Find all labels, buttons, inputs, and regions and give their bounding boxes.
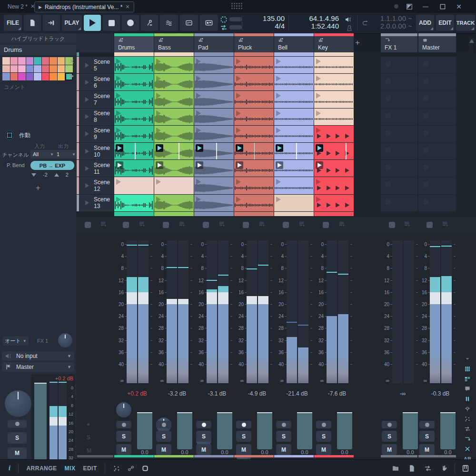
clip-play-icon[interactable] — [116, 59, 121, 64]
scene-play-icon[interactable] — [85, 114, 89, 119]
clip-cell[interactable] — [114, 195, 154, 211]
clip-cell[interactable] — [274, 160, 314, 177]
tab-new-project[interactable]: New 2 * ✕ — [4, 1, 39, 11]
info-button[interactable]: i — [9, 465, 10, 472]
plugin-icon[interactable] — [461, 404, 474, 414]
color-swatch[interactable] — [50, 57, 57, 65]
clip-cell[interactable] — [194, 109, 234, 125]
drum-machine-button[interactable] — [180, 15, 198, 31]
clip-play-button[interactable] — [316, 144, 323, 152]
routing-icon[interactable] — [461, 424, 474, 434]
clip-play-icon[interactable] — [196, 197, 201, 202]
clip-stop-button[interactable] — [203, 222, 209, 228]
track-header-bass[interactable]: Bass — [154, 33, 194, 52]
scene-play-icon[interactable] — [85, 63, 89, 68]
swap-arrows-icon[interactable] — [220, 24, 228, 31]
clip-play-button[interactable] — [116, 144, 123, 152]
clip-play-icon[interactable] — [276, 93, 281, 99]
list-view-icon[interactable] — [461, 374, 474, 384]
drag-handle-icon[interactable] — [228, 0, 247, 13]
return-icon[interactable] — [461, 434, 474, 444]
empty-clip-slot[interactable] — [418, 109, 456, 126]
volume-fader[interactable] — [137, 412, 152, 449]
solo-button[interactable]: S — [196, 431, 211, 442]
record-arm-button[interactable] — [156, 421, 171, 428]
clip-stop-button[interactable] — [163, 222, 169, 228]
track-header-bell[interactable]: Bell — [274, 33, 314, 52]
clip-play-icon[interactable] — [116, 76, 121, 81]
volume-fader[interactable] — [440, 412, 456, 449]
record-arm-button[interactable] — [316, 421, 331, 428]
scene-list-icon[interactable] — [178, 220, 186, 229]
increment-icon[interactable] — [54, 173, 59, 177]
color-swatch[interactable] — [18, 73, 26, 80]
empty-clip-slot[interactable] — [381, 91, 417, 108]
clip-cell[interactable] — [154, 143, 194, 159]
maximize-button[interactable] — [437, 0, 448, 13]
empty-clip-slot[interactable] — [381, 195, 417, 212]
clip-cell[interactable] — [194, 57, 234, 73]
scene-row-scene-9[interactable]: Scene 9 — [79, 126, 114, 143]
clip-cell[interactable] — [314, 126, 354, 142]
clip-cell[interactable] — [154, 195, 194, 211]
clip-play-icon[interactable] — [116, 93, 121, 99]
automation-button[interactable]: w — [141, 15, 158, 31]
clip-cell[interactable] — [274, 195, 314, 211]
input-route-select[interactable]: No input▼ — [2, 351, 74, 361]
empty-clip-slot[interactable] — [381, 177, 417, 194]
scroll-up-icon[interactable] — [469, 39, 474, 43]
clip-play-icon[interactable] — [156, 76, 161, 81]
record-arm-button[interactable] — [382, 421, 397, 428]
clip-cell[interactable] — [234, 57, 274, 73]
record-arm-button[interactable] — [236, 421, 251, 428]
clip-cell[interactable] — [194, 74, 234, 90]
empty-clip-slot[interactable] — [418, 195, 456, 212]
mute-button[interactable]: M — [116, 444, 131, 455]
clip-cell[interactable] — [274, 143, 314, 159]
track-header-drums[interactable]: Drums — [114, 33, 154, 52]
empty-clip-slot[interactable] — [381, 74, 417, 91]
color-swatch[interactable] — [42, 57, 50, 65]
clip-play-icon[interactable] — [196, 110, 201, 116]
clip-play-icon[interactable] — [156, 93, 161, 99]
clip-play-icon[interactable] — [196, 128, 201, 133]
locator-display[interactable]: 1.1.1.00 ~ 2.0.0.00 ~ — [375, 15, 412, 31]
clip-cell[interactable] — [314, 91, 354, 108]
clip-play-icon[interactable] — [316, 128, 321, 133]
volume-fader[interactable] — [297, 412, 312, 449]
empty-clip-slot[interactable] — [418, 91, 456, 108]
clip-play-icon[interactable] — [196, 179, 201, 185]
empty-clip-slot[interactable] — [418, 126, 456, 143]
empty-clip-slot[interactable] — [381, 160, 417, 177]
record-arm-button[interactable] — [196, 421, 211, 428]
tab-edit[interactable]: EDIT — [83, 465, 97, 472]
new-document-button[interactable] — [24, 15, 41, 31]
scene-list-icon[interactable] — [100, 220, 107, 229]
clip-play-icon[interactable] — [196, 76, 201, 81]
auto-dropdown[interactable]: オート▼ — [3, 336, 29, 346]
color-swatch[interactable] — [58, 65, 65, 73]
clip-play-button[interactable] — [116, 161, 123, 169]
tempo-display[interactable]: 135.00 4/4 — [245, 15, 285, 31]
tab-raindrops[interactable]: ▶ Raindrops (Instrumental Ve... * ✕ — [34, 1, 134, 12]
scene-play-icon[interactable] — [85, 200, 89, 205]
color-swatch[interactable] — [50, 73, 57, 80]
clip-play-icon[interactable] — [236, 110, 241, 116]
clip-cell[interactable] — [154, 74, 194, 90]
clip-cell[interactable] — [114, 143, 154, 159]
clip-play-icon[interactable] — [316, 59, 321, 64]
color-swatch[interactable] — [42, 73, 50, 80]
clip-play-button[interactable] — [236, 161, 243, 169]
clip-play-icon[interactable] — [236, 197, 241, 202]
clip-play-button[interactable] — [236, 144, 243, 152]
color-swatch[interactable] — [42, 65, 50, 73]
solo-button[interactable]: S — [156, 431, 171, 442]
clip-stop-button[interactable] — [426, 222, 433, 228]
always-on-top-icon[interactable] — [404, 0, 415, 13]
volume-fader[interactable] — [217, 412, 232, 449]
solo-button[interactable]: S — [236, 431, 251, 442]
scene-play-icon[interactable] — [85, 80, 89, 85]
mute-button[interactable]: M — [236, 444, 251, 455]
selection-rect-icon[interactable] — [220, 16, 228, 23]
clip-cell[interactable] — [194, 160, 234, 177]
